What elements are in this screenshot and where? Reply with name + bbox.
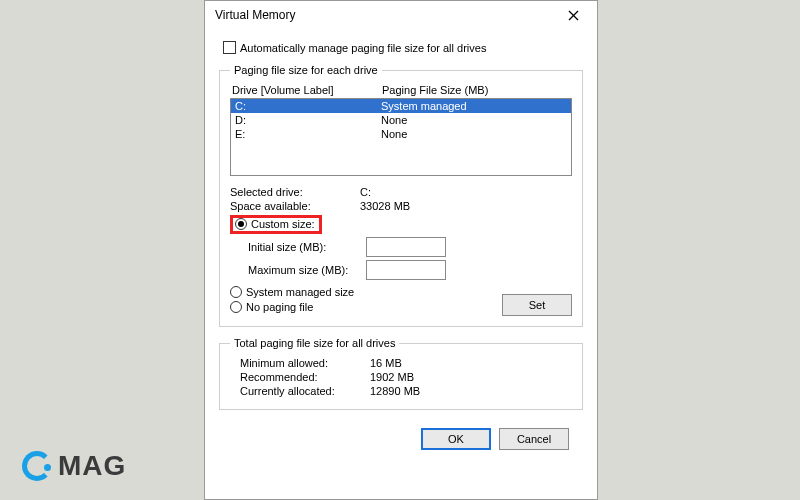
drive-listbox[interactable]: C: System managed D: None E: None — [230, 98, 572, 176]
custom-size-radio-row[interactable]: Custom size: — [230, 215, 572, 234]
custom-size-radio[interactable] — [235, 218, 247, 230]
system-managed-radio[interactable] — [230, 286, 242, 298]
current-alloc-label: Currently allocated: — [240, 385, 370, 397]
dialog-body: Automatically manage paging file size fo… — [205, 29, 597, 460]
auto-manage-checkbox[interactable] — [223, 41, 236, 54]
group-each-legend: Paging file size for each drive — [230, 64, 382, 76]
close-button[interactable] — [555, 3, 591, 27]
close-icon — [568, 10, 579, 21]
logo-icon — [22, 451, 52, 481]
custom-size-inputs: Initial size (MB): Maximum size (MB): — [248, 237, 572, 280]
virtual-memory-dialog: Virtual Memory Automatically manage pagi… — [204, 0, 598, 500]
no-paging-radio[interactable] — [230, 301, 242, 313]
list-item[interactable]: D: None — [231, 113, 571, 127]
drive-list-header: Drive [Volume Label] Paging File Size (M… — [232, 84, 572, 96]
list-item[interactable]: C: System managed — [231, 99, 571, 113]
recommended-label: Recommended: — [240, 371, 370, 383]
list-item[interactable]: E: None — [231, 127, 571, 141]
initial-size-input[interactable] — [366, 237, 446, 257]
window-title: Virtual Memory — [215, 8, 295, 22]
group-total-legend: Total paging file size for all drives — [230, 337, 399, 349]
maximum-size-label: Maximum size (MB): — [248, 264, 366, 276]
recommended-value: 1902 MB — [370, 371, 414, 383]
titlebar: Virtual Memory — [205, 1, 597, 29]
min-allowed-label: Minimum allowed: — [240, 357, 370, 369]
custom-size-highlight: Custom size: — [230, 215, 322, 234]
space-available-row: Space available: 33028 MB — [230, 200, 572, 212]
initial-size-label: Initial size (MB): — [248, 241, 366, 253]
col-size: Paging File Size (MB) — [382, 84, 488, 96]
selected-drive-row: Selected drive: C: — [230, 186, 572, 198]
dialog-footer: OK Cancel — [219, 420, 583, 450]
logo-text: MAG — [58, 450, 126, 482]
group-each-drive: Paging file size for each drive Drive [V… — [219, 64, 583, 327]
current-alloc-value: 12890 MB — [370, 385, 420, 397]
set-button[interactable]: Set — [502, 294, 572, 316]
col-drive: Drive [Volume Label] — [232, 84, 382, 96]
ok-button[interactable]: OK — [421, 428, 491, 450]
cancel-button[interactable]: Cancel — [499, 428, 569, 450]
auto-manage-row[interactable]: Automatically manage paging file size fo… — [223, 41, 583, 54]
watermark-logo: MAG — [22, 450, 126, 482]
group-total: Total paging file size for all drives Mi… — [219, 337, 583, 410]
min-allowed-value: 16 MB — [370, 357, 402, 369]
maximum-size-input[interactable] — [366, 260, 446, 280]
auto-manage-label: Automatically manage paging file size fo… — [240, 42, 486, 54]
